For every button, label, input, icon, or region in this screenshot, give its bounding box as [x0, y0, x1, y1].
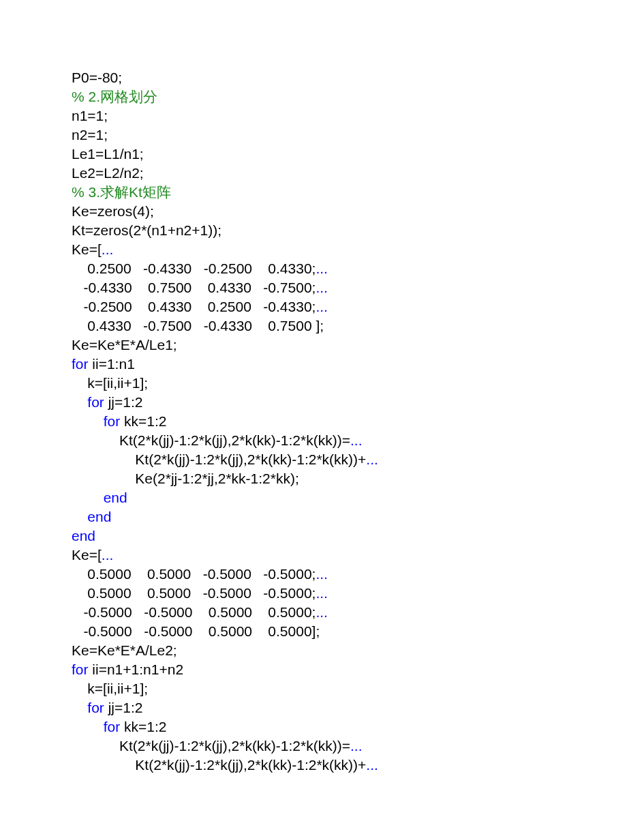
code-line: end [72, 526, 644, 546]
code-line: Kt(2*k(jj)-1:2*k(jj),2*k(kk)-1:2*k(kk))+… [72, 450, 644, 469]
code-token: -0.4330 0.7500 0.4330 -0.7500; [72, 280, 316, 295]
code-line: -0.2500 0.4330 0.2500 -0.4330;... [72, 297, 644, 316]
code-token: ... [316, 566, 328, 582]
code-line: k=[ii,ii+1]; [72, 374, 644, 393]
code-line: Kt(2*k(jj)-1:2*k(jj),2*k(kk)-1:2*k(kk))+… [72, 756, 644, 775]
code-token: for [87, 700, 104, 715]
code-line: k=[ii,ii+1]; [72, 679, 644, 698]
code-line: end [72, 507, 644, 526]
code-line: 0.4330 -0.7500 -0.4330 0.7500 ]; [72, 316, 644, 336]
code-token: ... [102, 547, 114, 563]
code-line: Ke=zeros(4); [72, 202, 644, 221]
code-token: -0.5000 -0.5000 0.5000 0.5000]; [72, 623, 320, 639]
code-line: Ke=[... [72, 240, 644, 259]
code-line: Ke(2*jj-1:2*jj,2*kk-1:2*kk); [72, 469, 644, 488]
code-token: ... [316, 260, 328, 276]
code-token: kk=1:2 [120, 413, 166, 429]
code-token: Kt(2*k(jj)-1:2*k(jj),2*k(kk)-1:2*k(kk))+ [135, 451, 366, 467]
code-token: -0.2500 0.4330 0.2500 -0.4330; [72, 299, 316, 314]
code-line: Le2=L2/n2; [72, 164, 644, 183]
code-line: Le1=L1/n1; [72, 145, 644, 164]
code-token: jj=1:2 [104, 394, 143, 410]
code-token: Ke=zeros(4); [72, 203, 154, 219]
code-line: Kt(2*k(jj)-1:2*k(jj),2*k(kk)-1:2*k(kk))=… [72, 736, 644, 756]
code-token: ... [316, 299, 328, 314]
code-token: for [72, 661, 89, 677]
code-token: Ke=[ [72, 547, 102, 563]
code-line: for ii=1:n1 [72, 355, 644, 374]
code-token: ... [350, 738, 363, 754]
code-token: ... [316, 604, 328, 620]
code-token: 0.5000 0.5000 -0.5000 -0.5000; [72, 585, 316, 601]
code-token: Ke(2*jj-1:2*jj,2*kk-1:2*kk); [135, 471, 298, 486]
code-token: Le2=L2/n2; [72, 165, 144, 181]
code-token: Le1=L1/n1; [72, 146, 144, 162]
code-line: 0.5000 0.5000 -0.5000 -0.5000;... [72, 584, 644, 603]
code-token: ... [316, 280, 328, 295]
code-token: Kt(2*k(jj)-1:2*k(jj),2*k(kk)-1:2*k(kk))= [119, 432, 350, 448]
code-line: 0.5000 0.5000 -0.5000 -0.5000;... [72, 565, 644, 584]
code-line: % 3.求解Kt矩阵 [72, 183, 644, 202]
code-token: ... [102, 241, 114, 257]
code-token: for [104, 413, 121, 429]
code-token: end [104, 490, 127, 505]
code-token: % 3.求解Kt矩阵 [72, 184, 171, 200]
code-token: Kt(2*k(jj)-1:2*k(jj),2*k(kk)-1:2*k(kk))= [119, 738, 350, 754]
code-token: Ke=Ke*E*A/Le1; [72, 337, 177, 353]
code-line: end [72, 488, 644, 507]
code-line: 0.2500 -0.4330 -0.2500 0.4330;... [72, 259, 644, 278]
code-token: ... [350, 432, 363, 448]
code-token: 0.4330 -0.7500 -0.4330 0.7500 ]; [72, 318, 324, 333]
code-token: k=[ii,ii+1]; [87, 375, 148, 391]
code-line: for jj=1:2 [72, 393, 644, 412]
code-token: for [72, 356, 89, 372]
code-line: -0.5000 -0.5000 0.5000 0.5000]; [72, 622, 644, 641]
code-line: P0=-80; [72, 68, 644, 87]
code-line: n2=1; [72, 125, 644, 145]
code-token: -0.5000 -0.5000 0.5000 0.5000; [72, 604, 316, 620]
code-line: -0.5000 -0.5000 0.5000 0.5000;... [72, 603, 644, 622]
code-token: end [87, 509, 111, 524]
code-token: for [104, 719, 121, 734]
code-line: -0.4330 0.7500 0.4330 -0.7500;... [72, 278, 644, 297]
code-token: P0=-80; [72, 70, 122, 85]
code-token: ... [366, 451, 378, 467]
code-token: % 2.网格划分 [72, 89, 157, 104]
code-token: ii=1:n1 [89, 356, 135, 372]
code-line: Kt(2*k(jj)-1:2*k(jj),2*k(kk)-1:2*k(kk))=… [72, 431, 644, 450]
code-line: Ke=[... [72, 546, 644, 565]
code-line: for kk=1:2 [72, 717, 644, 736]
code-token: Ke=Ke*E*A/Le2; [72, 642, 177, 658]
code-token: 0.2500 -0.4330 -0.2500 0.4330; [72, 260, 316, 276]
code-token: n1=1; [72, 108, 108, 123]
code-token: Kt(2*k(jj)-1:2*k(jj),2*k(kk)-1:2*k(kk))+ [135, 757, 366, 773]
code-token: 0.5000 0.5000 -0.5000 -0.5000; [72, 566, 316, 582]
code-token: k=[ii,ii+1]; [87, 681, 148, 696]
code-line: Kt=zeros(2*(n1+n2+1)); [72, 221, 644, 240]
code-line: Ke=Ke*E*A/Le1; [72, 336, 644, 355]
code-token: n2=1; [72, 127, 108, 143]
code-line: for ii=n1+1:n1+n2 [72, 660, 644, 679]
code-token: for [87, 394, 104, 410]
code-token: Ke=[ [72, 241, 102, 257]
code-line: Ke=Ke*E*A/Le2; [72, 641, 644, 660]
code-token: ... [316, 585, 328, 601]
code-line: % 2.网格划分 [72, 87, 644, 106]
code-line: for kk=1:2 [72, 412, 644, 431]
code-block: P0=-80;% 2.网格划分n1=1;n2=1;Le1=L1/n1;Le2=L… [0, 0, 644, 775]
code-token: jj=1:2 [104, 700, 143, 715]
code-line: for jj=1:2 [72, 698, 644, 717]
code-token: Kt=zeros(2*(n1+n2+1)); [72, 222, 221, 238]
code-token: kk=1:2 [120, 719, 166, 734]
code-token: ii=n1+1:n1+n2 [89, 661, 184, 677]
code-token: ... [366, 757, 378, 773]
code-token: end [72, 528, 95, 543]
code-line: n1=1; [72, 106, 644, 125]
